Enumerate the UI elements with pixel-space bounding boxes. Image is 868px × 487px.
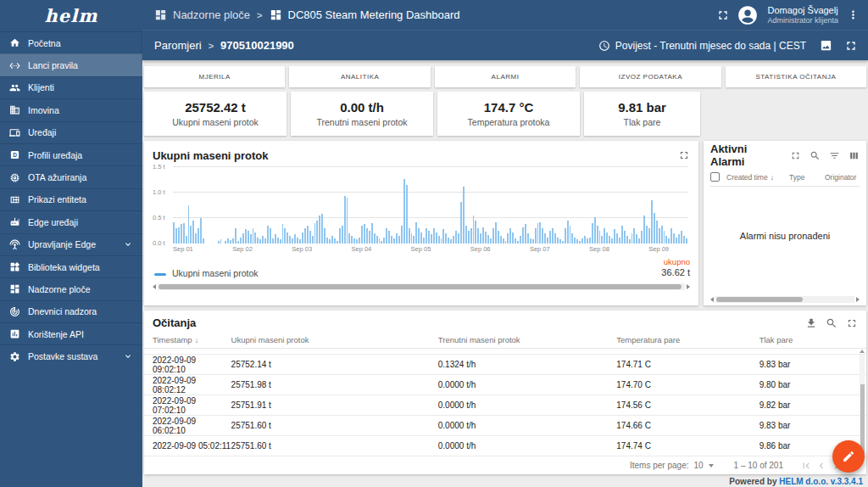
sidebar-item-rule-chains[interactable]: Lanci pravila <box>0 53 142 76</box>
scroll-left-icon[interactable] <box>710 297 714 302</box>
bar <box>287 232 288 244</box>
alarms-horizontal-scrollbar[interactable] <box>710 295 860 303</box>
scrollbar-thumb[interactable] <box>159 284 682 289</box>
bar <box>359 238 360 244</box>
column-header-4[interactable]: Temperatura pare <box>616 335 759 344</box>
column-header-2[interactable]: Ukupni maseni protok <box>231 335 438 344</box>
scroll-right-icon[interactable] <box>687 284 690 289</box>
avatar[interactable] <box>737 4 759 26</box>
search-icon[interactable] <box>810 150 821 161</box>
bar <box>554 233 556 244</box>
sidebar-item-ota-updates[interactable]: OTA ažuriranja <box>0 165 142 188</box>
bar <box>366 228 368 244</box>
bar <box>428 231 430 244</box>
sidebar-item-device-profiles[interactable]: DProfili uređaja <box>0 143 142 165</box>
export-image-icon[interactable] <box>820 39 832 52</box>
sidebar-item-api-usage[interactable]: Korištenje API <box>0 322 142 344</box>
chart-horizontal-scrollbar[interactable] <box>153 283 690 290</box>
bar <box>304 228 306 244</box>
user-block[interactable]: Domagoj Švagelj Administrator klijenta <box>767 5 838 25</box>
fullscreen-icon[interactable] <box>678 149 690 161</box>
bar <box>638 238 640 244</box>
scroll-right-icon[interactable] <box>856 297 860 302</box>
edit-dashboard-fab[interactable] <box>832 440 865 473</box>
state-tab-3[interactable]: ALARMI <box>435 66 576 87</box>
bar <box>599 231 601 244</box>
prev-page-icon[interactable] <box>815 460 827 472</box>
y-tick-label: 1.5 t <box>153 163 165 171</box>
table-row[interactable]: 2022-09-09 06:02:1025751.60 t0.0000 t/h1… <box>144 416 866 436</box>
column-header-5[interactable]: Tlak pare <box>760 335 866 344</box>
powered-by-company-link[interactable]: HELM d.o.o. <box>779 477 828 486</box>
first-page-icon[interactable] <box>800 460 812 472</box>
app-logo: helm <box>0 0 142 31</box>
breadcrumb-current-dashboard[interactable]: DC805 Steam Metering Dashboard <box>270 8 460 21</box>
scroll-left-icon[interactable] <box>153 284 156 289</box>
sidebar-item-home[interactable]: Početna <box>0 31 142 53</box>
bar <box>633 228 635 244</box>
scrollbar-thumb[interactable] <box>716 297 803 302</box>
column-header-3[interactable]: Trenutni maseni protok <box>438 335 617 344</box>
filter-icon[interactable] <box>829 150 840 161</box>
sidebar-item-edge-instances[interactable]: Edge uređaji <box>0 210 142 232</box>
column-header-originator[interactable]: Originator <box>825 173 856 182</box>
sidebar-item-system-settings[interactable]: Postavke sustava <box>0 344 142 367</box>
search-icon[interactable] <box>826 317 837 329</box>
bar <box>601 236 603 244</box>
sidebar: helm PočetnaLanci pravilaKlijentiImovina… <box>0 0 142 487</box>
column-header-1[interactable]: Timestamp↓ <box>153 335 231 344</box>
bar <box>453 236 454 244</box>
breadcrumb-dashboards[interactable]: Nadzorne ploče <box>154 8 250 21</box>
sidebar-item-audit-logs[interactable]: Dnevnici nadzora <box>0 300 142 322</box>
bar <box>364 224 365 244</box>
bar <box>492 228 494 244</box>
sidebar-item-customers[interactable]: Klijenti <box>0 76 142 98</box>
alarms-widget: Aktivni Alarmi Created time↓ Type Origin… <box>704 141 866 305</box>
timewindow-button[interactable]: Povijest - Trenutni mjesec do sada | CES… <box>598 40 806 52</box>
bar <box>525 224 526 244</box>
bar <box>398 236 400 244</box>
bar <box>371 223 373 244</box>
bar <box>683 236 685 244</box>
fullscreen-icon[interactable] <box>844 39 858 53</box>
table-row[interactable]: 2022-09-09 08:02:1225751.98 t0.0000 t/h1… <box>144 375 866 395</box>
sidebar-item-edge-management[interactable]: Upravljanje Edge <box>0 233 142 255</box>
metric-card-4: 9.81 barTlak pare <box>584 92 700 136</box>
more-vert-icon[interactable] <box>847 8 860 21</box>
column-header-created-time[interactable]: Created time↓ <box>726 173 789 182</box>
main-column: Nadzorne ploče > DC805 Steam Metering Da… <box>142 0 868 487</box>
table-row[interactable]: 2022-09-09 07:02:1025751.91 t0.0000 t/h1… <box>144 395 866 416</box>
bar <box>181 224 182 244</box>
sidebar-item-devices[interactable]: Uređaji <box>0 121 142 143</box>
legend-series-label[interactable]: Ukupni maseni protok <box>172 268 259 278</box>
x-tick-label: Sep 02 <box>232 245 253 253</box>
items-per-page-select[interactable]: 10 <box>693 461 713 470</box>
bar <box>485 232 487 244</box>
entity-name[interactable]: 970510021990 <box>220 39 294 52</box>
table-row[interactable]: 2022-09-09 09:02:1025752.14 t0.1324 t/h1… <box>144 355 866 375</box>
state-tab-2[interactable]: ANALITIKA <box>289 66 430 87</box>
fullscreen-icon[interactable] <box>716 8 730 22</box>
bar <box>678 234 680 244</box>
columns-icon[interactable] <box>849 150 860 161</box>
scroll-up-icon[interactable] <box>860 350 865 353</box>
state-tab-5[interactable]: STATISTIKA OČITANJA <box>726 66 866 87</box>
download-icon[interactable] <box>805 317 817 329</box>
bar <box>433 228 435 244</box>
app-root: helm PočetnaLanci pravilaKlijentiImovina… <box>0 0 868 487</box>
column-header-type[interactable]: Type <box>789 173 825 182</box>
sidebar-item-entity-views[interactable]: Prikazi entiteta <box>0 188 142 210</box>
state-tab-4[interactable]: IZVOZ PODATAKA <box>580 66 721 87</box>
entity-group-link[interactable]: Paromjeri <box>154 39 202 52</box>
scrollbar-thumb[interactable] <box>860 384 865 454</box>
state-tab-1[interactable]: MJERILA <box>144 66 285 87</box>
fullscreen-icon[interactable] <box>790 150 801 161</box>
sidebar-item-dashboards[interactable]: Nadzorne ploče <box>0 277 142 299</box>
sidebar-item-assets[interactable]: Imovina <box>0 98 142 120</box>
table-row[interactable]: 2022-09-09 05:02:1125751.60 t0.0000 t/h1… <box>144 436 866 456</box>
readings-vertical-scrollbar[interactable] <box>860 355 865 454</box>
sidebar-item-widget-library[interactable]: Biblioteka widgeta <box>0 255 142 277</box>
bar <box>312 236 314 244</box>
fullscreen-icon[interactable] <box>846 317 858 329</box>
select-all-checkbox[interactable] <box>710 172 720 182</box>
